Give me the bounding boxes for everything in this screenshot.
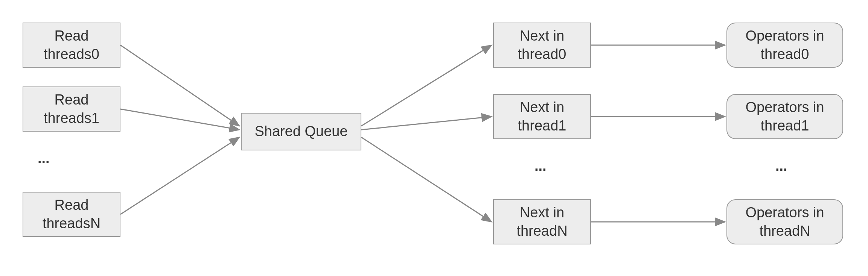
operators-thread-1-line2: thread1: [761, 117, 809, 135]
next-thread-n-box: Next in threadN: [493, 199, 591, 244]
read-ellipsis: ...: [38, 150, 50, 167]
read-threads-n-box: Read threadsN: [23, 192, 120, 237]
operators-thread-n-line1: Operators in: [745, 203, 824, 222]
next-thread-n-line2: threadN: [516, 222, 567, 240]
operators-thread-0-line1: Operators in: [745, 27, 824, 45]
next-thread-n-line1: Next in: [520, 203, 564, 222]
arrow-queue-next0: [361, 45, 492, 126]
next-thread-0-box: Next in thread0: [493, 23, 591, 68]
shared-queue-label: Shared Queue: [254, 122, 347, 141]
read-threads-1-box: Read threads1: [23, 86, 120, 132]
read-threads-0-box: Read threads0: [23, 23, 120, 68]
shared-queue-box: Shared Queue: [241, 113, 361, 150]
operators-thread-n-box: Operators in threadN: [726, 199, 843, 244]
next-thread-1-line1: Next in: [520, 98, 564, 117]
operators-thread-0-line2: thread0: [761, 45, 809, 64]
operators-thread-0-box: Operators in thread0: [726, 23, 843, 68]
read-threads-0-line2: threads0: [44, 45, 99, 64]
arrow-read1-queue: [120, 109, 239, 130]
arrow-readn-queue: [120, 137, 239, 214]
operators-thread-1-line1: Operators in: [745, 98, 824, 117]
read-threads-1-line1: Read: [55, 91, 89, 109]
operators-thread-n-line2: threadN: [759, 222, 810, 240]
read-threads-n-line1: Read: [55, 196, 89, 214]
read-threads-n-line2: threadsN: [43, 214, 101, 233]
next-thread-1-box: Next in thread1: [493, 94, 591, 139]
next-thread-0-line2: thread0: [518, 45, 566, 64]
next-thread-0-line1: Next in: [520, 27, 564, 45]
read-threads-1-line2: threads1: [44, 109, 99, 127]
next-thread-1-line2: thread1: [518, 117, 566, 135]
arrow-read0-queue: [120, 45, 239, 126]
arrow-queue-nextn: [361, 137, 492, 222]
arrow-queue-next1: [361, 117, 492, 130]
read-threads-0-line1: Read: [55, 27, 89, 45]
operators-ellipsis: ...: [775, 158, 787, 174]
operators-thread-1-box: Operators in thread1: [726, 94, 843, 139]
next-ellipsis: ...: [535, 158, 547, 174]
